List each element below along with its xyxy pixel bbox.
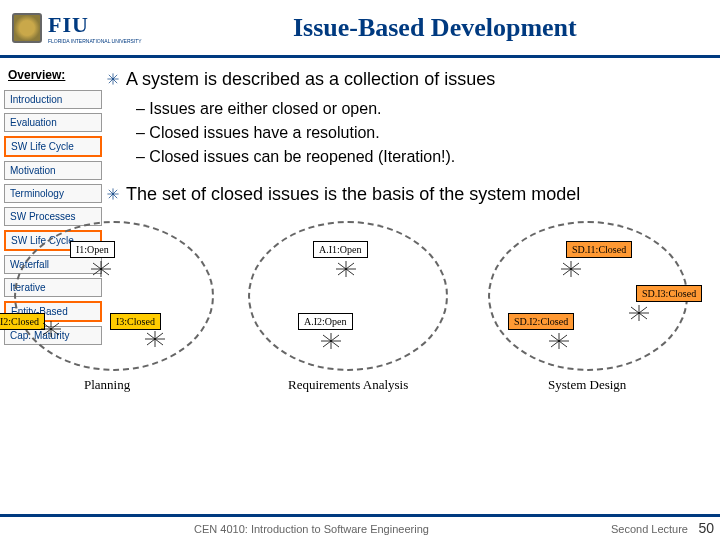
logo-subtitle: FLORIDA INTERNATIONAL UNIVERSITY [48, 38, 142, 44]
tag-sdi2: SD.I2:Closed [508, 313, 574, 330]
sidebar-item-1[interactable]: Evaluation [4, 113, 102, 132]
burst-icon [558, 259, 584, 279]
slide-header: FIU FLORIDA INTERNATIONAL UNIVERSITY Iss… [0, 0, 720, 58]
tag-ai1: A.I1:Open [313, 241, 368, 258]
content-area: A system is described as a collection of… [106, 58, 720, 508]
zone-label-requirements: Requirements Analysis [288, 377, 408, 393]
sidebar-item-4[interactable]: Terminology [4, 184, 102, 203]
sidebar-heading: Overview: [4, 68, 102, 82]
bullet-1: A system is described as a collection of… [106, 68, 712, 91]
zone-label-system-design: System Design [548, 377, 626, 393]
burst-icon [626, 303, 652, 323]
sidebar-item-2[interactable]: SW Life Cycle [4, 136, 102, 157]
sublist-1: Issues are either closed or open. Closed… [136, 97, 712, 169]
fiu-seal-icon [12, 13, 42, 43]
sub-1: Issues are either closed or open. [136, 97, 712, 121]
tag-sdi1: SD.I1:Closed [566, 241, 632, 258]
bullet-2: The set of closed issues is the basis of… [106, 183, 712, 206]
burst-icon [38, 319, 64, 339]
sub-2: Closed issues have a resolution. [136, 121, 712, 145]
slide-title: Issue-Based Development [162, 13, 708, 43]
sidebar-item-0[interactable]: Introduction [4, 90, 102, 109]
tag-i3: I3:Closed [110, 313, 161, 330]
burst-icon [546, 331, 572, 351]
footer-course: CEN 4010: Introduction to Software Engin… [12, 523, 611, 535]
tag-sdi3: SD.I3:Closed [636, 285, 702, 302]
tag-i1: I1:Open [70, 241, 115, 258]
slide-footer: CEN 4010: Introduction to Software Engin… [0, 514, 720, 540]
zone-label-planning: Planning [84, 377, 130, 393]
burst-icon [142, 329, 168, 349]
burst-icon [318, 331, 344, 351]
burst-bullet-icon [106, 72, 120, 86]
bullet-1-text: A system is described as a collection of… [126, 68, 495, 91]
footer-lecture: Second Lecture [611, 523, 688, 535]
burst-icon [333, 259, 359, 279]
issues-diagram: I1:Open I2:Closed I3:Closed A.I1:Open A.… [0, 213, 712, 403]
bullet-2-text: The set of closed issues is the basis of… [126, 183, 580, 206]
page-number: 50 [698, 520, 714, 536]
burst-icon [88, 259, 114, 279]
logo-acronym: FIU [48, 12, 142, 38]
tag-ai2: A.I2:Open [298, 313, 353, 330]
main-area: Overview: IntroductionEvaluationSW Life … [0, 58, 720, 508]
burst-bullet-icon [106, 187, 120, 201]
sub-3: Closed issues can be reopened (Iteration… [136, 145, 712, 169]
sidebar-item-3[interactable]: Motivation [4, 161, 102, 180]
logo-text-block: FIU FLORIDA INTERNATIONAL UNIVERSITY [48, 12, 142, 44]
